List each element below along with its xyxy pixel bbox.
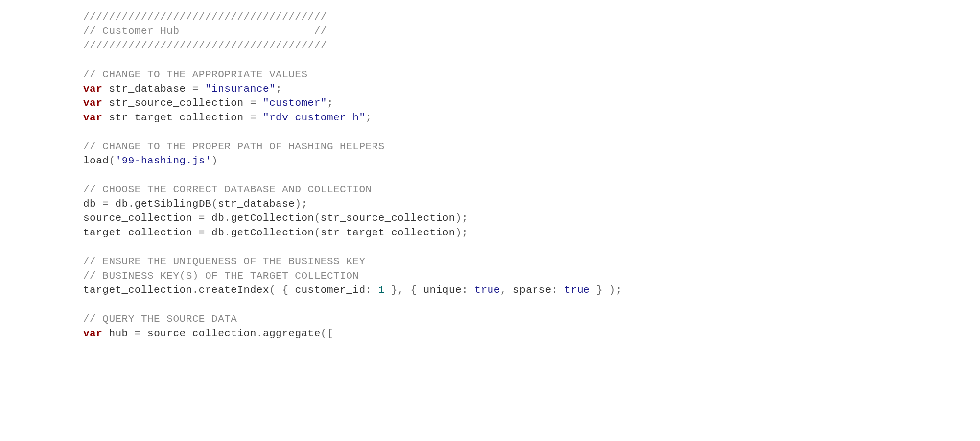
code-token: target_collection xyxy=(83,284,192,296)
code-line: target_collection = db.getCollection(str… xyxy=(83,226,980,240)
code-token: // CHANGE TO THE APPROPRIATE VALUES xyxy=(83,69,308,80)
code-token: "customer" xyxy=(263,97,327,109)
code-token: ////////////////////////////////////// xyxy=(83,11,327,23)
code-token: str_source_collection xyxy=(321,212,455,224)
code-token: ; xyxy=(327,97,333,109)
code-line: var str_database = "insurance"; xyxy=(83,82,980,96)
code-token: var xyxy=(83,97,102,109)
code-token: ////////////////////////////////////// xyxy=(83,40,327,51)
code-token: var xyxy=(83,328,102,339)
code-line: var str_target_collection = "rdv_custome… xyxy=(83,111,980,125)
code-token: : xyxy=(552,284,564,296)
code-token: // ENSURE THE UNIQUENESS OF THE BUSINESS… xyxy=(83,256,366,267)
code-token: getCollection xyxy=(231,212,314,224)
code-token: // CHOOSE THE CORRECT DATABASE AND COLLE… xyxy=(83,184,372,195)
code-token: // CHANGE TO THE PROPER PATH OF HASHING … xyxy=(83,141,385,152)
code-line: // BUSINESS KEY(S) OF THE TARGET COLLECT… xyxy=(83,269,980,283)
code-token: . xyxy=(257,328,263,339)
code-token: // Customer Hub // xyxy=(83,25,327,37)
code-token: str_database xyxy=(218,198,295,209)
code-token: ( xyxy=(314,227,321,238)
code-token: "rdv_customer_h" xyxy=(263,112,366,123)
code-token: = xyxy=(199,227,211,238)
code-token: = xyxy=(199,212,211,224)
code-token: db xyxy=(211,212,224,224)
code-token: // BUSINESS KEY(S) OF THE TARGET COLLECT… xyxy=(83,270,359,281)
code-token: 1 xyxy=(378,284,385,296)
code-token: . xyxy=(224,227,231,238)
code-token: = xyxy=(135,328,147,339)
code-token: "insurance" xyxy=(205,83,276,94)
code-token: source_collection xyxy=(83,212,199,224)
code-token: str_database xyxy=(102,83,192,94)
code-token: ) xyxy=(211,155,218,166)
code-token: hub xyxy=(102,328,135,339)
code-line xyxy=(83,168,980,182)
code-token: getSiblingDB xyxy=(135,198,211,209)
code-token: . xyxy=(128,198,135,209)
code-line: // CHOOSE THE CORRECT DATABASE AND COLLE… xyxy=(83,183,980,197)
code-token: } ); xyxy=(590,284,622,296)
code-token: . xyxy=(224,212,231,224)
code-token: var xyxy=(83,112,102,123)
code-token: ( xyxy=(211,198,218,209)
code-token: true xyxy=(564,284,590,296)
code-token: db xyxy=(211,227,224,238)
code-token: '99-hashing.js' xyxy=(116,155,212,166)
code-token: , xyxy=(500,284,513,296)
code-token: str_target_collection xyxy=(102,112,250,123)
code-token: // QUERY THE SOURCE DATA xyxy=(83,313,237,325)
code-line xyxy=(83,240,980,254)
code-token: target_collection xyxy=(83,227,199,238)
code-token: unique xyxy=(423,284,462,296)
code-line xyxy=(83,53,980,67)
code-token: ); xyxy=(455,227,468,238)
code-token: = xyxy=(192,83,205,94)
code-token: var xyxy=(83,83,102,94)
code-token: str_source_collection xyxy=(102,97,250,109)
code-block: ////////////////////////////////////////… xyxy=(0,0,980,350)
code-token: : xyxy=(366,284,378,296)
code-token: ( xyxy=(314,212,321,224)
code-line: source_collection = db.getCollection(str… xyxy=(83,211,980,225)
code-line: // CHANGE TO THE APPROPRIATE VALUES xyxy=(83,68,980,82)
code-token: customer_id xyxy=(295,284,365,296)
code-token: . xyxy=(192,284,199,296)
code-line xyxy=(83,125,980,139)
code-token: str_target_collection xyxy=(321,227,455,238)
code-token: = xyxy=(102,198,115,209)
code-token: : xyxy=(462,284,474,296)
code-token: getCollection xyxy=(231,227,314,238)
code-token: ; xyxy=(366,112,372,123)
code-line: var hub = source_collection.aggregate([ xyxy=(83,326,980,341)
code-token: ([ xyxy=(321,328,333,339)
code-token: true xyxy=(474,284,500,296)
code-line: db = db.getSiblingDB(str_database); xyxy=(83,197,980,211)
code-line: // CHANGE TO THE PROPER PATH OF HASHING … xyxy=(83,139,980,154)
code-line: // QUERY THE SOURCE DATA xyxy=(83,312,980,326)
code-token: source_collection xyxy=(147,328,257,339)
code-token: load xyxy=(83,155,109,166)
code-line: ////////////////////////////////////// xyxy=(83,39,980,53)
code-line: // ENSURE THE UNIQUENESS OF THE BUSINESS… xyxy=(83,255,980,269)
code-token: }, { xyxy=(385,284,423,296)
code-line: var str_source_collection = "customer"; xyxy=(83,96,980,110)
code-token: = xyxy=(250,112,263,123)
code-token: db xyxy=(116,198,128,209)
code-token: ( xyxy=(109,155,115,166)
code-token: ); xyxy=(295,198,307,209)
code-token: = xyxy=(250,97,263,109)
code-line: ////////////////////////////////////// xyxy=(83,10,980,24)
code-line: load('99-hashing.js') xyxy=(83,154,980,168)
code-token: aggregate xyxy=(263,328,321,339)
code-line: target_collection.createIndex( { custome… xyxy=(83,283,980,297)
code-token: ; xyxy=(276,83,282,94)
code-token: sparse xyxy=(513,284,552,296)
code-line xyxy=(83,298,980,312)
code-token: ); xyxy=(455,212,468,224)
code-token: ( { xyxy=(269,284,295,296)
code-token: db xyxy=(83,198,102,209)
code-token: createIndex xyxy=(199,284,269,296)
code-line: // Customer Hub // xyxy=(83,24,980,38)
